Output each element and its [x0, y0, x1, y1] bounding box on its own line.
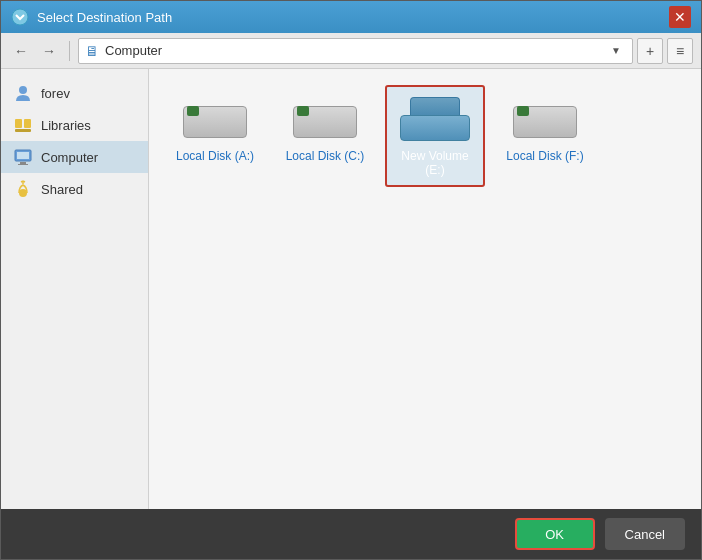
drive-f-icon [510, 95, 580, 143]
computer-icon [13, 147, 33, 167]
sidebar-item-shared[interactable]: Shared [1, 173, 148, 205]
drive-f[interactable]: Local Disk (F:) [495, 85, 595, 173]
address-icon: 🖥 [85, 43, 99, 59]
drive-e-label: New Volume (E:) [395, 149, 475, 177]
footer: OK Cancel [1, 509, 701, 559]
toolbar: ← → 🖥 Computer ▼ + ≡ [1, 33, 701, 69]
libraries-icon [13, 115, 33, 135]
sidebar-label-forev: forev [41, 86, 70, 101]
drive-e-icon [400, 95, 470, 143]
sidebar-item-computer[interactable]: Computer [1, 141, 148, 173]
user-icon [13, 83, 33, 103]
drive-a-label: Local Disk (A:) [176, 149, 254, 163]
svg-point-9 [19, 189, 27, 197]
view-toggle-button[interactable]: ≡ [667, 38, 693, 64]
drive-a[interactable]: Local Disk (A:) [165, 85, 265, 187]
back-button[interactable]: ← [9, 39, 33, 63]
svg-rect-7 [20, 162, 26, 164]
svg-rect-2 [15, 119, 22, 128]
new-folder-button[interactable]: + [637, 38, 663, 64]
ok-button[interactable]: OK [515, 518, 595, 550]
svg-point-1 [19, 86, 27, 94]
titlebar: Select Destination Path ✕ [1, 1, 701, 33]
drive-e[interactable]: New Volume (E:) [385, 85, 485, 187]
drive-c[interactable]: Local Disk (C:) [275, 85, 375, 187]
shared-icon [13, 179, 33, 199]
sidebar-item-forev[interactable]: forev [1, 77, 148, 109]
svg-point-0 [12, 9, 28, 25]
sidebar-label-shared: Shared [41, 182, 83, 197]
address-bar[interactable]: 🖥 Computer ▼ [78, 38, 633, 64]
cancel-button[interactable]: Cancel [605, 518, 685, 550]
drive-f-label: Local Disk (F:) [506, 149, 583, 163]
drive-c-label: Local Disk (C:) [286, 149, 365, 163]
svg-rect-4 [15, 129, 31, 132]
sidebar: forev Libraries [1, 69, 149, 509]
titlebar-title: Select Destination Path [37, 10, 669, 25]
address-text: Computer [105, 43, 162, 58]
svg-rect-8 [18, 164, 28, 165]
svg-line-12 [23, 181, 25, 182]
sidebar-item-libraries[interactable]: Libraries [1, 109, 148, 141]
address-dropdown-button[interactable]: ▼ [606, 39, 626, 63]
toolbar-separator [69, 41, 70, 61]
content-area: Local Disk (A:) Local Disk (C:) [149, 69, 701, 509]
main-area: forev Libraries [1, 69, 701, 509]
svg-line-11 [21, 181, 23, 182]
forward-button[interactable]: → [37, 39, 61, 63]
svg-rect-3 [24, 119, 31, 128]
drive-a-icon [180, 95, 250, 143]
svg-rect-6 [17, 152, 29, 159]
drive-c-icon [290, 95, 360, 143]
sidebar-label-computer: Computer [41, 150, 98, 165]
dialog: Select Destination Path ✕ ← → 🖥 Computer… [0, 0, 702, 560]
sidebar-label-libraries: Libraries [41, 118, 91, 133]
titlebar-icon [11, 8, 29, 26]
close-button[interactable]: ✕ [669, 6, 691, 28]
